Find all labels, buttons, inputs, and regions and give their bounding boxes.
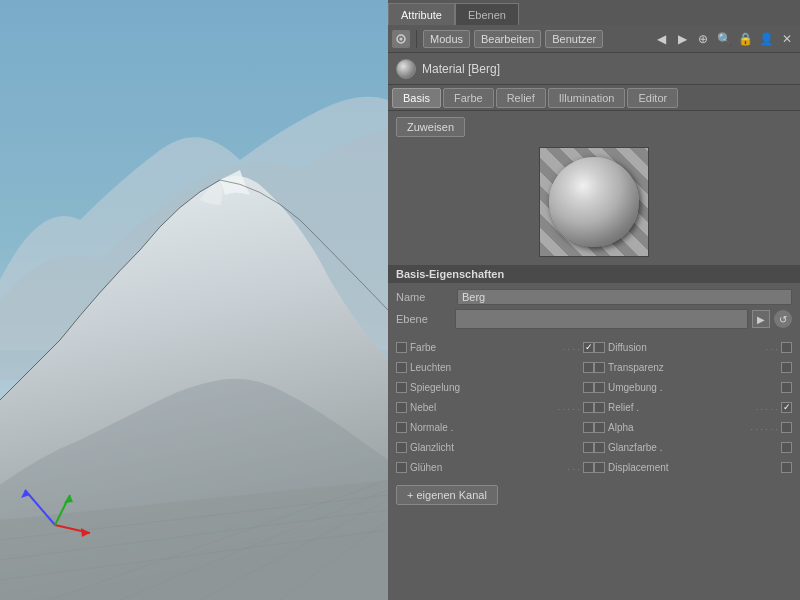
channel-diffusion-check[interactable] (781, 342, 792, 353)
channel-umgebung-label: Umgebung . (608, 382, 778, 393)
channel-normale: Normale . (396, 417, 594, 437)
channel-glanzlicht-label: Glanzlicht (410, 442, 580, 453)
channel-alpha-check[interactable] (781, 422, 792, 433)
lock-icon[interactable]: 🔒 (736, 30, 754, 48)
toolbar-benutzer[interactable]: Benutzer (545, 30, 603, 48)
channel-gluehen: Glühen . . . (396, 457, 594, 477)
assign-button[interactable]: Zuweisen (396, 117, 465, 137)
channel-relief-label: Relief . (608, 402, 752, 413)
channel-normale-label: Normale . (410, 422, 580, 433)
sub-tab-relief[interactable]: Relief (496, 88, 546, 108)
channel-umgebung-checkbox[interactable] (594, 382, 605, 393)
3d-viewport (0, 0, 388, 600)
channel-diffusion-checkbox[interactable] (594, 342, 605, 353)
arrow-right-icon[interactable]: ▶ (673, 30, 691, 48)
channel-leuchten: Leuchten (396, 357, 594, 377)
close-icon[interactable]: ✕ (778, 30, 796, 48)
preview-container (539, 147, 649, 257)
channel-glanzfarbe-checkbox[interactable] (594, 442, 605, 453)
channel-farbe: Farbe . . . . ✓ (396, 337, 594, 357)
channel-umgebung-check[interactable] (781, 382, 792, 393)
user-icon[interactable]: 👤 (757, 30, 775, 48)
prop-ebene-row: Ebene ▶ ↺ (388, 307, 800, 331)
channel-gluehen-label: Glühen (410, 462, 564, 473)
material-name-label: Material [Berg] (422, 62, 500, 76)
sub-tab-illumination[interactable]: Illumination (548, 88, 626, 108)
prop-ebene-dropdown[interactable] (455, 309, 748, 329)
channel-spiegelung-checkbox[interactable] (396, 382, 407, 393)
channel-spiegelung-label: Spiegelung (410, 382, 580, 393)
channel-spiegelung: Spiegelung (396, 377, 594, 397)
tab-attribute[interactable]: Attribute (388, 3, 455, 25)
arrow-left-icon[interactable]: ◀ (652, 30, 670, 48)
channel-gluehen-dots: . . . (567, 462, 580, 472)
channel-gluehen-check[interactable] (583, 462, 594, 473)
toolbar: Modus Bearbeiten Benutzer ◀ ▶ ⊕ 🔍 🔒 👤 ✕ (388, 25, 800, 53)
channel-normale-check[interactable] (583, 422, 594, 433)
channel-displacement: Displacement (594, 457, 792, 477)
dropdown-arrow-icon[interactable]: ▶ (752, 310, 770, 328)
section-title: Basis-Eigenschaften (388, 265, 800, 283)
channel-farbe-label: Farbe (410, 342, 559, 353)
channel-nebel-label: Nebel (410, 402, 554, 413)
toolbar-right-icons: ◀ ▶ ⊕ 🔍 🔒 👤 ✕ (652, 30, 796, 48)
sub-tab-farbe[interactable]: Farbe (443, 88, 494, 108)
properties-panel: Basis-Eigenschaften Name Berg Ebene ▶ ↺ … (388, 265, 800, 600)
toolbar-sep-1 (416, 30, 417, 48)
channel-glanzlicht-checkbox[interactable] (396, 442, 407, 453)
main-layout: Attribute Ebenen Modus Bearbeiten Benutz… (0, 0, 800, 600)
channel-displacement-checkbox[interactable] (594, 462, 605, 473)
right-panel: Attribute Ebenen Modus Bearbeiten Benutz… (388, 0, 800, 600)
channel-gluehen-checkbox[interactable] (396, 462, 407, 473)
prop-name-value[interactable]: Berg (457, 289, 792, 305)
sub-tab-bar: Basis Farbe Relief Illumination Editor (388, 85, 800, 111)
toolbar-modus[interactable]: Modus (423, 30, 470, 48)
channel-nebel-checkbox[interactable] (396, 402, 407, 413)
sub-tab-basis[interactable]: Basis (392, 88, 441, 108)
channel-normale-checkbox[interactable] (396, 422, 407, 433)
channel-nebel-dots: . . . . . (557, 402, 580, 412)
target-icon[interactable]: ⊕ (694, 30, 712, 48)
add-channel-button[interactable]: + eigenen Kanal (396, 485, 498, 505)
search-icon[interactable]: 🔍 (715, 30, 733, 48)
prop-name-label: Name (396, 291, 451, 303)
channel-glanzfarbe: Glanzfarbe . (594, 437, 792, 457)
channel-leuchten-check[interactable] (583, 362, 594, 373)
channel-glanzlicht-check[interactable] (583, 442, 594, 453)
channel-diffusion-label: Diffusion (608, 342, 762, 353)
channel-spiegelung-check[interactable] (583, 382, 594, 393)
channel-glanzlicht: Glanzlicht (396, 437, 594, 457)
channel-nebel: Nebel . . . . . (396, 397, 594, 417)
channel-leuchten-checkbox[interactable] (396, 362, 407, 373)
channel-relief: Relief . . . . . . ✓ (594, 397, 792, 417)
material-header: Material [Berg] (388, 53, 800, 85)
preview-sphere (549, 157, 639, 247)
tab-ebenen[interactable]: Ebenen (455, 3, 519, 25)
channel-displacement-label: Displacement (608, 462, 778, 473)
channel-glanzfarbe-label: Glanzfarbe . (608, 442, 778, 453)
channel-transparenz-check[interactable] (781, 362, 792, 373)
channel-transparenz: Transparenz (594, 357, 792, 377)
sub-tab-editor[interactable]: Editor (627, 88, 678, 108)
channel-farbe-check[interactable]: ✓ (583, 342, 594, 353)
prop-name-row: Name Berg (388, 287, 800, 307)
channel-transparenz-checkbox[interactable] (594, 362, 605, 373)
channel-alpha-checkbox[interactable] (594, 422, 605, 433)
channel-nebel-check[interactable] (583, 402, 594, 413)
channels-grid: Farbe . . . . ✓ Diffusion . . . Leuchten (388, 335, 800, 479)
channel-relief-check[interactable]: ✓ (781, 402, 792, 413)
channel-alpha-dots: . . . . . . (750, 422, 778, 432)
svg-marker-11 (81, 528, 90, 537)
channel-relief-dots: . . . . . (755, 402, 778, 412)
prop-ebene-label: Ebene (396, 313, 451, 325)
channel-alpha-label: Alpha (608, 422, 747, 433)
channel-farbe-dots: . . . . (562, 342, 580, 352)
dropdown-circle-icon[interactable]: ↺ (774, 310, 792, 328)
channel-displacement-check[interactable] (781, 462, 792, 473)
toolbar-bearbeiten[interactable]: Bearbeiten (474, 30, 541, 48)
channel-alpha: Alpha . . . . . . (594, 417, 792, 437)
channel-diffusion: Diffusion . . . (594, 337, 792, 357)
channel-glanzfarbe-check[interactable] (781, 442, 792, 453)
channel-farbe-checkbox[interactable] (396, 342, 407, 353)
channel-relief-checkbox[interactable] (594, 402, 605, 413)
